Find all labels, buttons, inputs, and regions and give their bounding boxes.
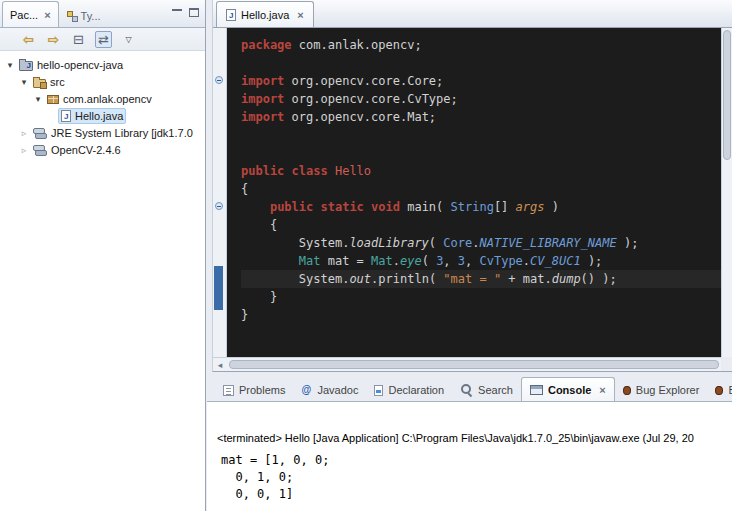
left-view-tabs: Pac...Ty...	[0, 0, 108, 27]
back-icon[interactable]: ⇦	[20, 31, 37, 48]
tree-item-label: com.anlak.opencv	[63, 93, 152, 105]
java-file-icon	[61, 110, 71, 122]
code-token: "mat = "	[443, 272, 501, 286]
code-line[interactable]: package com.anlak.opencv;	[241, 36, 721, 54]
view-tab-pac[interactable]: Pac...	[2, 1, 59, 27]
code-token: package	[241, 38, 292, 52]
editor-area: Hello.java package com.anlak.opencv;impo…	[212, 0, 732, 372]
code-line[interactable]: }	[241, 306, 721, 324]
tree-item-content: com.anlak.opencv	[44, 91, 155, 107]
code-token: NATIVE_LIBRARY_NAME	[479, 236, 616, 250]
code-token: String	[451, 200, 494, 214]
code-line[interactable]: System.out.println( "mat = " + mat.dump(…	[241, 270, 721, 288]
console-output[interactable]: mat = [1, 0, 0; 0, 1, 0; 0, 0, 1]	[221, 452, 732, 503]
code-token: import	[241, 74, 284, 88]
view-tab-bug-explorer[interactable]: Bug Explorer	[615, 379, 708, 401]
console-icon	[530, 385, 543, 395]
forward-icon[interactable]: ⇨	[45, 31, 62, 48]
view-menu-icon[interactable]: ▽	[120, 31, 137, 48]
code-line[interactable]: {	[241, 216, 721, 234]
scrollbar-thumb[interactable]	[229, 360, 719, 369]
code-token	[241, 200, 270, 214]
tree-item-opencv-2-4-6[interactable]: ▹OpenCV-2.4.6	[0, 141, 205, 158]
code-token: public static void	[270, 200, 400, 214]
expand-arrow-icon[interactable]: ▹	[18, 128, 30, 138]
close-icon[interactable]	[44, 10, 50, 20]
code-line[interactable]: {	[241, 180, 721, 198]
code-line[interactable]: import org.opencv.core.CvType;	[241, 90, 721, 108]
view-tab-console[interactable]: Console	[521, 377, 615, 401]
code-line[interactable]: public static void main( String[] args )	[241, 198, 721, 216]
view-tab-label: Pac...	[10, 9, 38, 21]
type-hierarchy-icon	[66, 10, 78, 22]
view-tab-label: Ty...	[81, 10, 101, 22]
code-line[interactable]: public class Hello	[241, 162, 721, 180]
code-editor[interactable]: package com.anlak.opencv;import org.open…	[227, 28, 721, 357]
code-token: com.anlak.opencv;	[292, 38, 422, 52]
code-token: + mat.	[501, 272, 552, 286]
left-view-tabbar: Pac...Ty...	[0, 0, 205, 28]
view-tab-javadoc[interactable]: Javadoc	[293, 379, 366, 401]
code-line[interactable]: System.loadLibrary( Core.NATIVE_LIBRARY_…	[241, 234, 721, 252]
editor-tab-label: Hello.java	[241, 9, 289, 21]
code-line[interactable]: }	[241, 288, 721, 306]
fold-collapse-icon[interactable]	[215, 76, 223, 84]
fold-collapse-icon[interactable]	[215, 202, 223, 210]
declaration-icon	[374, 385, 383, 396]
minimize-icon[interactable]	[172, 8, 182, 17]
scrollbar-thumb[interactable]	[723, 30, 731, 160]
code-token: CvType	[480, 254, 523, 268]
view-tab-bug[interactable]: Bug	[707, 379, 732, 401]
scroll-left-icon[interactable]	[213, 360, 227, 370]
code-line[interactable]	[241, 144, 721, 162]
tree-item-hello-opencv-java[interactable]: ▾hello-opencv-java	[0, 56, 205, 73]
java-file-icon	[226, 9, 236, 21]
collapse-all-icon[interactable]: ⊟	[70, 31, 87, 48]
collapse-arrow-icon[interactable]: ▾	[4, 60, 16, 70]
horizontal-scrollbar[interactable]	[213, 357, 721, 371]
view-tab-declaration[interactable]: Declaration	[366, 379, 452, 401]
collapse-arrow-icon[interactable]: ▾	[32, 94, 44, 104]
tree-item-hello-java[interactable]: Hello.java	[0, 107, 205, 124]
code-token: }	[241, 308, 248, 322]
package-icon	[47, 95, 59, 104]
code-token: mat =	[320, 254, 371, 268]
code-token: args	[516, 200, 545, 214]
code-line[interactable]	[241, 54, 721, 72]
vertical-scrollbar[interactable]	[721, 28, 732, 357]
tree-item-com-anlak-opencv[interactable]: ▾com.anlak.opencv	[0, 90, 205, 107]
view-tab-label: Search	[478, 384, 513, 396]
code-token: main(	[400, 200, 451, 214]
maximize-icon[interactable]	[189, 8, 199, 17]
collapse-arrow-icon[interactable]: ▾	[18, 77, 30, 87]
tree-item-jre-system-library-jdk1-7-0[interactable]: ▹JRE System Library [jdk1.7.0	[0, 124, 205, 141]
code-line[interactable]	[241, 126, 721, 144]
tree-item-content: hello-opencv-java	[16, 57, 126, 73]
code-token: import	[241, 110, 284, 124]
code-token: ,	[465, 254, 479, 268]
link-with-editor-icon[interactable]: ⇄	[95, 31, 112, 48]
code-token: Mat	[299, 254, 321, 268]
expand-arrow-icon[interactable]: ▹	[18, 145, 30, 155]
code-line[interactable]: Mat mat = Mat.eye( 3, 3, CvType.CV_8UC1 …	[241, 252, 721, 270]
close-icon[interactable]	[297, 10, 303, 20]
code-token: System.	[241, 272, 349, 286]
view-window-buttons	[172, 8, 199, 17]
editor-tab-hello-java[interactable]: Hello.java	[216, 1, 314, 27]
view-tab-problems[interactable]: Problems	[215, 379, 293, 401]
close-icon[interactable]	[599, 385, 605, 395]
view-tab-label: Declaration	[388, 384, 444, 396]
view-tab-ty[interactable]: Ty...	[59, 4, 108, 27]
javadoc-icon	[301, 384, 312, 396]
tree-item-src[interactable]: ▾src	[0, 73, 205, 90]
view-tab-search[interactable]: Search	[452, 379, 521, 401]
code-line[interactable]: import org.opencv.core.Mat;	[241, 108, 721, 126]
package-explorer-toolbar: ⇦⇨⊟⇄▽	[0, 28, 205, 51]
code-line[interactable]: import org.opencv.core.Core;	[241, 72, 721, 90]
editor-tabbar: Hello.java	[213, 0, 732, 28]
code-token: .	[393, 254, 400, 268]
code-token: Core	[443, 236, 472, 250]
package-explorer-view: Pac...Ty... ⇦⇨⊟⇄▽ ▾hello-opencv-java▾src…	[0, 0, 206, 511]
tree-item-content: JRE System Library [jdk1.7.0	[30, 125, 196, 141]
code-token: {	[241, 182, 248, 196]
